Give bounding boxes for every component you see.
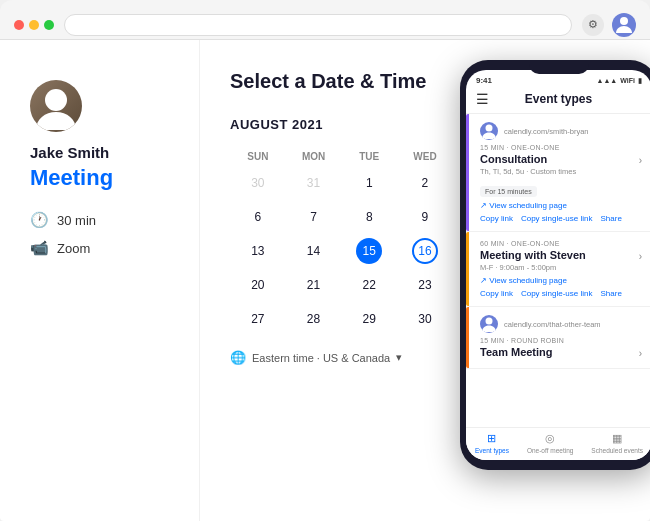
timezone-arrow: ▾	[396, 351, 402, 364]
dot-red[interactable]	[14, 20, 24, 30]
dot-yellow[interactable]	[29, 20, 39, 30]
profile-name: Jake Smith	[30, 144, 169, 161]
platform-label: Zoom	[57, 241, 90, 256]
action-link[interactable]: Copy single-use link	[521, 289, 593, 298]
view-scheduling-link[interactable]: ↗ View scheduling page	[480, 276, 642, 285]
phone-wrapper: 9:41 ▲▲▲ WiFi ▮ ☰ Event types calendly.c…	[460, 60, 650, 480]
svg-point-0	[620, 17, 628, 25]
view-scheduling-link[interactable]: ↗ View scheduling page	[480, 201, 642, 210]
calendar-day[interactable]: 15	[341, 234, 397, 268]
action-link[interactable]: Copy single-use link	[521, 214, 593, 223]
calendar-day[interactable]: 14	[286, 234, 342, 268]
event-duration: 🕐 30 min	[30, 211, 169, 229]
duration-label: 30 min	[57, 213, 96, 228]
svg-point-2	[486, 125, 493, 132]
phone-title: Event types	[525, 92, 592, 106]
calendar-day[interactable]: 29	[341, 302, 397, 336]
calendar-day[interactable]: 7	[286, 200, 342, 234]
action-link[interactable]: Share	[601, 289, 622, 298]
event-card[interactable]: calendly.com/that-other-team15 MIN · ROU…	[466, 307, 650, 369]
dot-green[interactable]	[44, 20, 54, 30]
calendar-month-label: AUGUST 2021	[230, 117, 323, 132]
timezone-label: Eastern time · US & Canada	[252, 352, 390, 364]
col-sun: SUN	[230, 147, 286, 166]
event-user-row: calendly.com/that-other-team	[480, 315, 642, 333]
col-wed: WED	[397, 147, 453, 166]
phone-header: ☰ Event types	[466, 87, 650, 114]
svg-point-1	[45, 89, 67, 111]
calendar-day[interactable]: 13	[230, 234, 286, 268]
event-accent-bar	[466, 307, 469, 368]
calendar-day[interactable]: 27	[230, 302, 286, 336]
user-mini-avatar	[480, 122, 498, 140]
event-time: Th, Tl, 5d, 5u · Custom times	[480, 167, 642, 176]
event-card[interactable]: 60 MIN · ONE-ON-ONEMeeting with Steven›M…	[466, 232, 650, 307]
calendar-day[interactable]: 22	[341, 268, 397, 302]
calendar-day[interactable]: 21	[286, 268, 342, 302]
chevron-right-icon[interactable]: ›	[639, 155, 642, 166]
event-badge: For 15 minutes	[480, 186, 537, 197]
user-avatar[interactable]	[612, 13, 636, 37]
calendar-day[interactable]: 28	[286, 302, 342, 336]
signal-icon: ▲▲▲	[596, 77, 617, 84]
action-link[interactable]: Copy link	[480, 214, 513, 223]
phone-screen: 9:41 ▲▲▲ WiFi ▮ ☰ Event types calendly.c…	[466, 70, 650, 460]
browser-dots	[14, 20, 54, 30]
event-time: M-F · 9:00am - 5:00pm	[480, 263, 642, 272]
chevron-right-icon[interactable]: ›	[639, 251, 642, 262]
phone-notch	[529, 60, 589, 74]
action-links: Copy linkCopy single-use linkShare	[480, 289, 642, 298]
calendar-day[interactable]: 2	[397, 166, 453, 200]
calendar-day[interactable]: 31	[286, 166, 342, 200]
browser-icons: ⚙	[582, 13, 636, 37]
gear-icon[interactable]: ⚙	[582, 14, 604, 36]
phone-content[interactable]: calendly.com/smith-bryan15 MIN · ONE-ON-…	[466, 114, 650, 448]
event-meta: 15 MIN · ROUND ROBIN	[480, 337, 642, 344]
event-accent-bar	[466, 232, 469, 306]
clock-icon: 🕐	[30, 211, 49, 229]
nav-tab-label: One-off meeting	[527, 447, 574, 454]
battery-icon: ▮	[638, 77, 642, 85]
calendar-day[interactable]: 20	[230, 268, 286, 302]
zoom-icon: 📹	[30, 239, 49, 257]
nav-tab[interactable]: ▦Scheduled events	[591, 432, 643, 454]
svg-point-3	[486, 318, 493, 325]
calendar-day[interactable]: 6	[230, 200, 286, 234]
url-bar[interactable]	[64, 14, 572, 36]
calendar-day[interactable]: 16	[397, 234, 453, 268]
calendar-day[interactable]: 1	[341, 166, 397, 200]
hamburger-icon[interactable]: ☰	[476, 91, 489, 107]
status-icons: ▲▲▲ WiFi ▮	[596, 77, 642, 85]
event-name: Consultation	[480, 153, 547, 165]
nav-tab-label: Event types	[475, 447, 509, 454]
nav-tab-icon: ▦	[612, 432, 622, 445]
user-mini-avatar	[480, 315, 498, 333]
browser-chrome: ⚙	[0, 0, 650, 40]
event-card[interactable]: calendly.com/smith-bryan15 MIN · ONE-ON-…	[466, 114, 650, 232]
event-title: Meeting	[30, 165, 169, 191]
event-user-row: calendly.com/smith-bryan	[480, 122, 642, 140]
globe-icon: 🌐	[230, 350, 246, 365]
wifi-icon: WiFi	[620, 77, 635, 84]
nav-tab[interactable]: ◎One-off meeting	[527, 432, 574, 454]
calendar-day[interactable]: 23	[397, 268, 453, 302]
calendar-day[interactable]: 30	[230, 166, 286, 200]
nav-tab-icon: ◎	[545, 432, 555, 445]
nav-tab-label: Scheduled events	[591, 447, 643, 454]
user-url: calendly.com/that-other-team	[504, 320, 601, 329]
col-tue: TUE	[341, 147, 397, 166]
col-mon: MON	[286, 147, 342, 166]
user-url: calendly.com/smith-bryan	[504, 127, 588, 136]
calendar-day[interactable]: 8	[341, 200, 397, 234]
calendar-day[interactable]: 30	[397, 302, 453, 336]
event-name: Meeting with Steven	[480, 249, 586, 261]
event-meta: 15 MIN · ONE-ON-ONE	[480, 144, 642, 151]
action-link[interactable]: Share	[601, 214, 622, 223]
event-meta: 60 MIN · ONE-ON-ONE	[480, 240, 642, 247]
nav-tab[interactable]: ⊞Event types	[475, 432, 509, 454]
action-link[interactable]: Copy link	[480, 289, 513, 298]
calendar-day[interactable]: 9	[397, 200, 453, 234]
status-time: 9:41	[476, 76, 492, 85]
chevron-right-icon[interactable]: ›	[639, 348, 642, 359]
event-accent-bar	[466, 114, 469, 231]
